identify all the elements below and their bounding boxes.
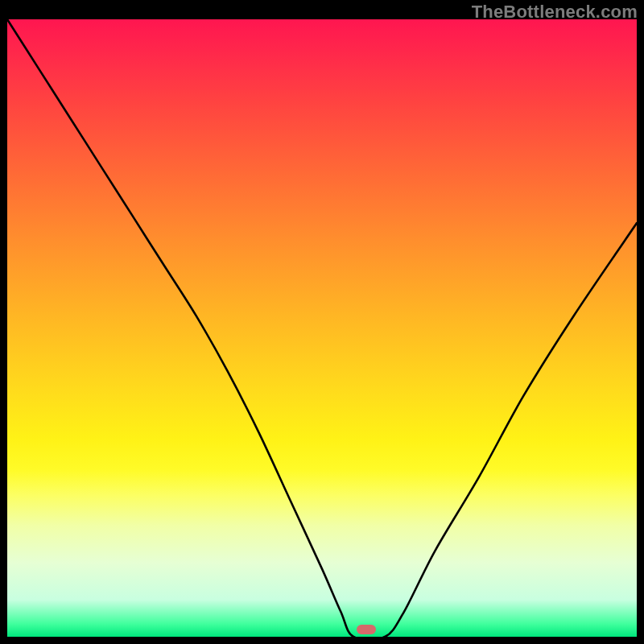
optimum-marker: [357, 625, 376, 634]
chart-frame: TheBottleneck.com: [0, 0, 644, 644]
bottleneck-curve: [7, 19, 637, 637]
plot-area: [7, 19, 637, 637]
plot-canvas: [7, 19, 637, 637]
watermark-text: TheBottleneck.com: [472, 2, 638, 23]
